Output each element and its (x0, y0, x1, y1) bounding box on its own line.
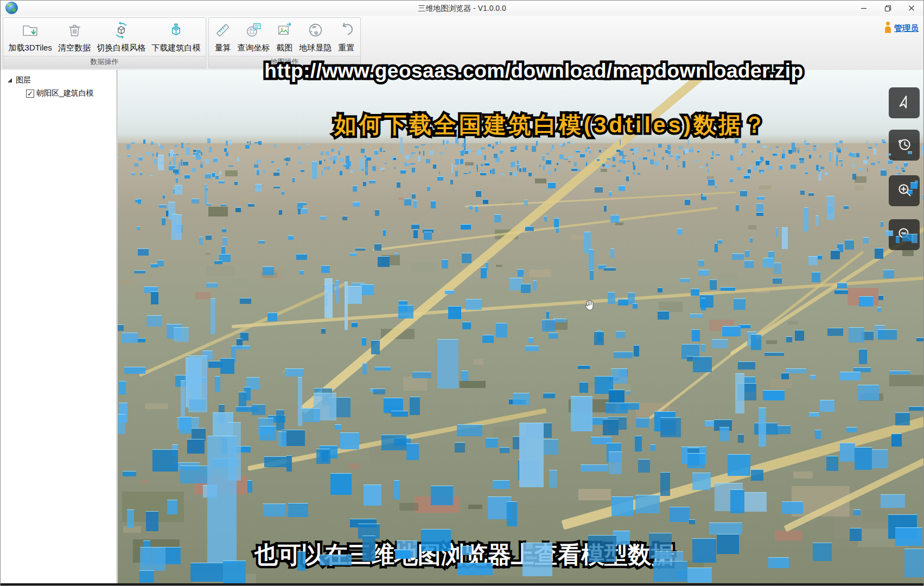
screenshot-icon (276, 21, 294, 41)
map-decoration (118, 70, 923, 583)
ruler-icon (214, 21, 232, 41)
hand-cursor (582, 298, 597, 315)
compass-button[interactable] (889, 87, 920, 118)
ribbon-group-map: 量算 查询坐标 (208, 17, 361, 68)
zoom-out-icon (895, 225, 914, 245)
history-icon (895, 135, 914, 156)
app-window: 三维地图浏览器 - V1.0.0.0 加载3DTiles (0, 0, 924, 586)
globe-tag-icon (245, 21, 263, 41)
group-label-data-ops: 数据操作 (3, 56, 206, 68)
download-whitemodel-button[interactable]: 下载建筑白模 (150, 21, 201, 54)
package-icon (167, 21, 185, 41)
layers-tree-root[interactable]: 图层 (1, 70, 117, 85)
window-title: 三维地图浏览器 - V1.0.0.0 (1, 1, 923, 16)
button-label: 重置 (338, 43, 354, 53)
button-label: 下载建筑白模 (151, 43, 200, 53)
screenshot-button[interactable]: 截图 (275, 21, 295, 54)
globe-icon (307, 21, 324, 41)
clear-data-button[interactable]: 清空数据 (57, 21, 92, 54)
measure-button[interactable]: 量算 (213, 21, 233, 54)
minimize-button[interactable] (852, 1, 876, 16)
trash-icon (66, 21, 84, 41)
toggle-earth-button[interactable]: 地球显隐 (298, 21, 333, 54)
load-3dtiles-button[interactable]: 加载3DTiles (8, 21, 53, 54)
tree-expander-icon[interactable] (8, 78, 12, 82)
compass-arrow-icon (895, 93, 914, 113)
close-button[interactable] (900, 1, 923, 16)
maximize-button[interactable] (876, 1, 900, 16)
layer-item-label: 朝阳区_建筑白模 (36, 88, 94, 98)
layer-checkbox[interactable] (26, 90, 34, 98)
query-coordinates-button[interactable]: 查询坐标 (237, 21, 271, 54)
cube-refresh-icon (112, 21, 130, 41)
ribbon-group-data: 加载3DTiles 清空数据 切换白模风格 (3, 17, 206, 68)
button-label: 查询坐标 (238, 43, 270, 53)
toggle-whitemodel-style-button[interactable]: 切换白模风格 (95, 21, 146, 54)
zoom-in-button[interactable] (889, 175, 920, 206)
button-label: 地球显隐 (299, 43, 332, 53)
map-sky (118, 70, 923, 145)
button-label: 量算 (215, 43, 231, 53)
button-label: 清空数据 (58, 43, 91, 53)
button-label: 加载3DTiles (9, 43, 52, 53)
admin-user-link[interactable]: 管理员 (884, 21, 919, 36)
layer-tree-item[interactable]: 朝阳区_建筑白模 (1, 85, 117, 98)
ribbon-toolbar: 加载3DTiles 清空数据 切换白模风格 (1, 16, 923, 71)
window-bottom-edge (1, 583, 923, 585)
reset-button[interactable]: 重置 (336, 21, 356, 54)
map-viewport[interactable] (118, 70, 923, 583)
layers-panel: 图层 朝阳区_建筑白模 (1, 70, 117, 583)
map-horizon-haze (118, 134, 923, 159)
group-label-map-ops: 地图操作 (209, 56, 360, 68)
map-ground (118, 143, 923, 583)
reset-view-button[interactable] (889, 130, 920, 161)
undo-icon (337, 21, 355, 41)
folder-download-icon (21, 21, 39, 41)
title-bar: 三维地图浏览器 - V1.0.0.0 (1, 1, 923, 16)
button-label: 切换白模风格 (97, 43, 145, 53)
admin-label: 管理员 (894, 23, 919, 34)
zoom-in-icon (895, 181, 914, 201)
person-icon (884, 21, 892, 36)
zoom-out-button[interactable] (889, 219, 920, 250)
button-label: 截图 (276, 43, 292, 53)
layers-root-label: 图层 (16, 75, 31, 85)
